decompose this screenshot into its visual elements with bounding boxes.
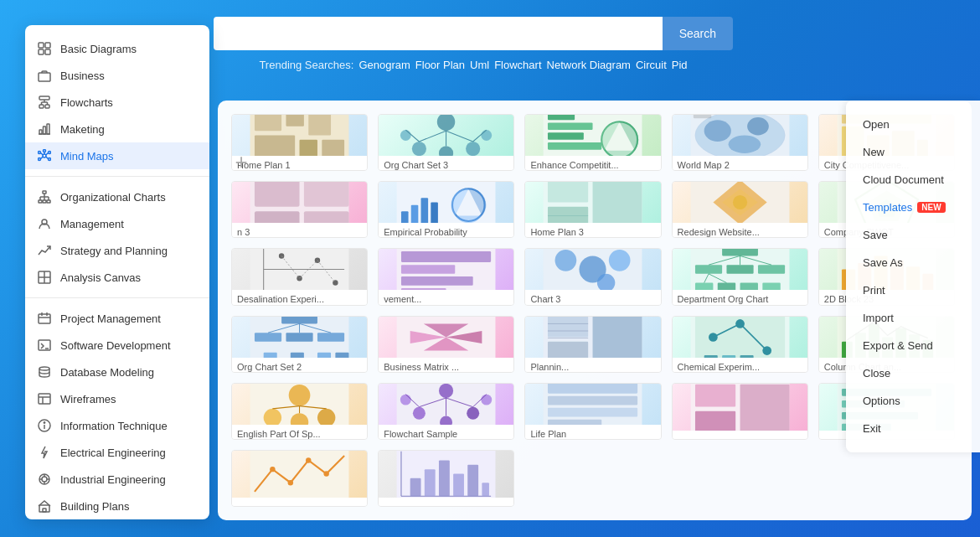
template-label: n 3 [232,223,367,237]
template-card[interactable] [378,450,514,507]
sidebar-item-maketing[interactable]: Maketing [25,116,209,142]
template-label [232,498,367,506]
right-panel-save[interactable]: Save [846,221,980,249]
svg-point-72 [400,130,411,141]
template-card[interactable]: Empirical Probability [378,181,514,238]
right-panel-close[interactable]: Close [846,359,980,387]
sidebar-item-project-mgmt[interactable]: Project Management [25,305,209,332]
sidebar-item-mind-maps[interactable]: Mind Maps [25,142,209,169]
svg-rect-163 [281,317,317,323]
sw-icon [37,338,52,353]
trending-label: Trending Searches: [259,59,353,71]
sidebar-label-project-mgmt: Project Management [60,312,161,325]
sidebar-item-wireframes[interactable]: Wireframes [25,385,209,412]
briefcase-icon [37,68,52,83]
new-badge: NEW [917,202,945,213]
template-card[interactable]: Enhance Competitit... [524,114,661,171]
sidebar-item-database[interactable]: Database Modeling [25,359,209,385]
template-card[interactable] [231,450,368,507]
svg-point-73 [482,130,493,141]
build-icon [37,498,52,514]
template-card[interactable]: Org Chart Set 3 [378,114,514,171]
svg-rect-2 [39,49,44,54]
svg-rect-144 [726,265,753,274]
right-panel-save-as[interactable]: Save As [846,249,980,276]
sidebar-item-strategy[interactable]: Strategy and Planning [25,237,209,264]
template-card[interactable]: World Map 2 [672,114,808,171]
template-card[interactable]: n 3 [231,181,368,238]
template-card[interactable]: Business Matrix ... [378,316,514,373]
svg-rect-185 [593,317,642,358]
trending-pid[interactable]: Pid [672,59,688,71]
sidebar-item-flowcharts[interactable]: Flowcharts [25,89,209,116]
svg-rect-4 [39,73,50,81]
svg-rect-104 [411,205,419,223]
svg-line-20 [46,153,49,156]
svg-rect-67 [322,140,344,156]
template-card[interactable]: Redesign Website... [672,181,808,238]
sidebar-item-industrial[interactable]: Industrial Engineering [25,466,209,493]
mind-icon [37,148,52,163]
svg-rect-180 [548,317,588,338]
svg-point-241 [306,458,311,463]
svg-rect-40 [39,314,50,323]
template-card[interactable]: Flowchart Sample [378,383,514,440]
sidebar-label-building: Building Plans [60,500,129,513]
svg-point-71 [466,142,480,156]
sidebar-item-building[interactable]: Building Plans [25,493,209,519]
template-card[interactable]: Chart 3 [524,248,661,305]
template-card[interactable]: Plannin... [524,316,661,373]
template-label: Org Chart Set 2 [232,358,367,372]
right-panel-open[interactable]: Open [846,111,980,138]
template-card[interactable]: Chemical Experim... [672,316,808,373]
sidebar-item-business[interactable]: Business [25,62,209,89]
template-card[interactable]: English Part Of Sp... [231,383,368,440]
template-card[interactable]: Org Chart Set 2 [231,316,368,373]
trending-genogram[interactable]: Genogram [358,59,410,71]
template-card[interactable]: Desalination Experi... [231,248,368,305]
template-card[interactable]: Home Plan 3 [524,181,661,238]
template-card[interactable]: vement... [378,248,514,305]
sidebar-item-electrical[interactable]: Electrical Engineering [25,439,209,466]
trending-row: Trending Searches: Genogram Floor Plan U… [259,59,687,71]
trending-circuit[interactable]: Circuit [636,59,667,71]
svg-point-68 [437,115,455,131]
trending-uml[interactable]: Uml [470,59,489,71]
sidebar-item-basic-diagrams[interactable]: Basic Diagrams [25,35,209,62]
svg-rect-247 [425,470,436,497]
search-button[interactable]: Search [663,17,733,50]
svg-rect-83 [548,142,601,150]
trending-network-diagram[interactable]: Network Diagram [547,59,631,71]
svg-rect-28 [39,200,42,203]
template-card[interactable]: Life Plan [524,383,661,440]
right-panel-export-send[interactable]: Export & Send [846,332,980,359]
right-panel-print[interactable]: Print [846,276,980,304]
right-panel-new[interactable]: New [846,138,980,166]
svg-rect-195 [740,354,753,357]
exit-label: Exit [863,422,881,435]
right-panel-options[interactable]: Options [846,387,980,415]
svg-point-89 [728,136,761,153]
svg-rect-149 [762,283,780,290]
sidebar-item-org-charts[interactable]: Organizational Charts [25,183,209,210]
template-label: Desalination Experi... [232,290,367,304]
search-input[interactable] [214,17,663,50]
svg-rect-29 [43,200,46,203]
cloud-doc-label: Cloud Document [863,173,944,186]
right-panel-cloud-doc[interactable]: Cloud Document [846,166,980,194]
new-template-button[interactable]: + [220,141,262,183]
sidebar-item-info-tech[interactable]: Information Technique [25,412,209,439]
sidebar-item-software-dev[interactable]: Software Development [25,332,209,359]
right-panel-templates[interactable]: Templates NEW [846,194,980,221]
right-panel-exit[interactable]: Exit [846,415,980,442]
template-card[interactable] [672,383,808,440]
trending-flowchart[interactable]: Flowchart [494,59,541,71]
template-card[interactable]: Department Org Chart [672,248,808,305]
right-panel-import[interactable]: Import [846,304,980,332]
sidebar-item-analysis[interactable]: Analysis Canvas [25,264,209,291]
trending-floor-plan[interactable]: Floor Plan [415,59,465,71]
svg-rect-238 [250,451,349,498]
svg-rect-101 [304,211,349,223]
sidebar-label-software-dev: Software Development [60,339,171,352]
sidebar-item-management[interactable]: Management [25,210,209,237]
